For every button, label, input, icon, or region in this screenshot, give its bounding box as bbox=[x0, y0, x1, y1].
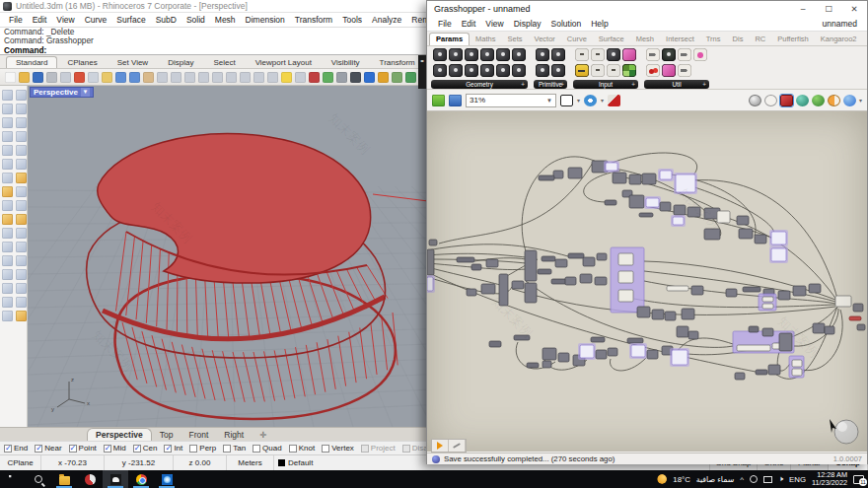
control-points-icon[interactable] bbox=[16, 90, 27, 101]
weather-temp[interactable]: 18°C bbox=[673, 475, 689, 484]
custom-preview-half-icon[interactable] bbox=[828, 95, 840, 106]
onedrive-icon[interactable] bbox=[750, 475, 758, 483]
integer-param-icon[interactable] bbox=[536, 64, 549, 77]
group-expand-plus[interactable]: + bbox=[631, 81, 635, 88]
lightbulb-icon[interactable] bbox=[281, 72, 292, 83]
checkbox-cen[interactable] bbox=[133, 445, 141, 453]
sweep-icon[interactable] bbox=[16, 186, 27, 197]
select-icon[interactable] bbox=[2, 90, 13, 101]
undo-icon[interactable] bbox=[115, 72, 126, 83]
osnap-vertex[interactable]: Vertex bbox=[322, 444, 354, 453]
status-cell-z-0-00[interactable]: z 0.00 bbox=[174, 455, 227, 470]
custom-preview-green-icon[interactable] bbox=[812, 95, 825, 106]
freeform-curve-icon[interactable] bbox=[2, 159, 13, 170]
boolean-toggle-icon[interactable] bbox=[607, 64, 620, 77]
gh-tab-kangaroo2[interactable]: Kangaroo2 bbox=[815, 34, 863, 45]
status-cell-meters[interactable]: Meters bbox=[227, 455, 274, 470]
surface-icon[interactable] bbox=[2, 173, 13, 183]
link-surface-icon[interactable] bbox=[392, 72, 402, 83]
point-param-icon[interactable] bbox=[433, 48, 447, 61]
redo-icon[interactable] bbox=[129, 72, 140, 83]
osnap-project[interactable]: Project bbox=[361, 444, 396, 453]
osnap-point[interactable]: Point bbox=[69, 444, 97, 453]
toolbar-tab-cplanes[interactable]: CPlanes bbox=[57, 56, 107, 68]
gh-tab-rc[interactable]: RC bbox=[749, 34, 771, 45]
chevron-down-icon[interactable]: ▾ bbox=[601, 97, 604, 104]
gh-tab-sets[interactable]: Sets bbox=[502, 34, 529, 45]
gradient-icon[interactable] bbox=[622, 64, 636, 77]
gh-tab-intersect[interactable]: Intersect bbox=[660, 34, 700, 45]
viewport-tab-perspective[interactable]: Perspective bbox=[87, 428, 152, 441]
toolbar-tab-display[interactable]: Display bbox=[158, 56, 203, 68]
panel-icon[interactable] bbox=[591, 48, 605, 61]
toolbar-tab-standard[interactable]: Standard bbox=[6, 56, 57, 68]
gh-menu-edit[interactable]: Edit bbox=[457, 19, 481, 29]
node-graph[interactable] bbox=[427, 111, 867, 452]
boolean-difference-icon[interactable] bbox=[16, 214, 27, 225]
grasshopper-canvas[interactable]: 知末案例 知末案例 知末案例 bbox=[427, 111, 867, 452]
group-expand-plus[interactable]: + bbox=[560, 81, 564, 88]
cluster-icon[interactable] bbox=[662, 48, 676, 61]
group-label-input[interactable]: Input+ bbox=[573, 80, 638, 89]
wireframe-preview-icon[interactable] bbox=[764, 95, 777, 106]
clock[interactable]: 12:28 AM 11/23/2022 bbox=[812, 471, 847, 487]
grasshopper-titlebar[interactable]: Grasshopper - unnamed – ☐ ✕ bbox=[427, 1, 867, 17]
surface-param-icon[interactable] bbox=[512, 48, 526, 61]
open-file-icon[interactable] bbox=[19, 72, 30, 83]
checkbox-point[interactable] bbox=[69, 445, 77, 453]
button-icon[interactable] bbox=[607, 48, 620, 61]
geometry-param-icon[interactable] bbox=[512, 64, 526, 77]
viewport-layout-icon[interactable] bbox=[212, 72, 223, 83]
taskbar-file-explorer[interactable] bbox=[51, 470, 77, 488]
shaded-preview-icon[interactable] bbox=[780, 95, 793, 106]
notification-center-icon[interactable]: 11 bbox=[853, 475, 864, 484]
toolbar-tab-transform[interactable]: Transform bbox=[370, 56, 425, 68]
maximize-button[interactable]: ☐ bbox=[816, 1, 841, 17]
join-icon[interactable] bbox=[2, 242, 13, 252]
curve-icon[interactable] bbox=[2, 104, 13, 114]
shaded-viewport-icon[interactable] bbox=[309, 72, 320, 83]
cage-edit-icon[interactable] bbox=[16, 228, 27, 239]
group-label-util[interactable]: Util+ bbox=[644, 80, 709, 89]
split-icon[interactable] bbox=[16, 255, 27, 266]
paste-icon[interactable] bbox=[102, 72, 112, 83]
viewport-title-tab[interactable]: Perspective ▼ bbox=[30, 87, 94, 98]
number-param-icon[interactable] bbox=[551, 48, 565, 61]
checkbox-int[interactable] bbox=[164, 445, 172, 453]
rhino-menu-edit[interactable]: Edit bbox=[28, 15, 52, 25]
group-label-geometry[interactable]: Geometry+ bbox=[431, 80, 528, 89]
osnap-near[interactable]: Near bbox=[35, 444, 61, 453]
box-param-icon[interactable] bbox=[449, 64, 463, 77]
gh-tab-dis[interactable]: Dis bbox=[727, 34, 750, 45]
dark-sphere-icon[interactable] bbox=[350, 72, 361, 83]
color-wheel-icon[interactable] bbox=[323, 72, 333, 83]
status-cell-cplane[interactable]: CPlane bbox=[0, 455, 41, 470]
gh-menu-solution[interactable]: Solution bbox=[546, 19, 587, 29]
circle-icon[interactable] bbox=[2, 117, 13, 128]
save-definition-icon[interactable] bbox=[449, 95, 462, 106]
line-param-icon[interactable] bbox=[480, 64, 494, 77]
custom-preview-teal-icon[interactable] bbox=[796, 95, 809, 106]
toolbar-tab-visibility[interactable]: Visibility bbox=[322, 56, 370, 68]
osnap-quad[interactable]: Quad bbox=[253, 444, 282, 453]
viewport-tab-right[interactable]: Right bbox=[216, 429, 252, 441]
rhino-menu-curve[interactable]: Curve bbox=[80, 15, 112, 25]
gh-tab-curve[interactable]: Curve bbox=[561, 34, 593, 45]
osnap-cen[interactable]: Cen bbox=[133, 444, 158, 453]
array-icon[interactable] bbox=[2, 297, 13, 308]
galapagos-icon[interactable] bbox=[693, 48, 707, 61]
checkbox-near[interactable] bbox=[35, 445, 42, 453]
group-label-primitive[interactable]: Primitive+ bbox=[534, 80, 567, 89]
circle-param-icon[interactable] bbox=[496, 48, 510, 61]
curve-param-icon[interactable] bbox=[480, 48, 494, 61]
document-properties-icon[interactable] bbox=[60, 72, 71, 83]
viewport-tab-top[interactable]: Top bbox=[152, 429, 181, 441]
flow-icon[interactable] bbox=[16, 311, 27, 321]
rhino-menu-surface[interactable]: Surface bbox=[111, 15, 150, 25]
chevron-down-icon[interactable]: ▼ bbox=[546, 98, 552, 104]
colour-swatch-icon[interactable] bbox=[622, 48, 636, 61]
gh-tab-mesh[interactable]: Mesh bbox=[630, 34, 660, 45]
arc-icon[interactable] bbox=[2, 131, 13, 142]
gh-tab-vector[interactable]: Vector bbox=[529, 34, 561, 45]
cherry-picker-icon[interactable] bbox=[646, 64, 660, 77]
